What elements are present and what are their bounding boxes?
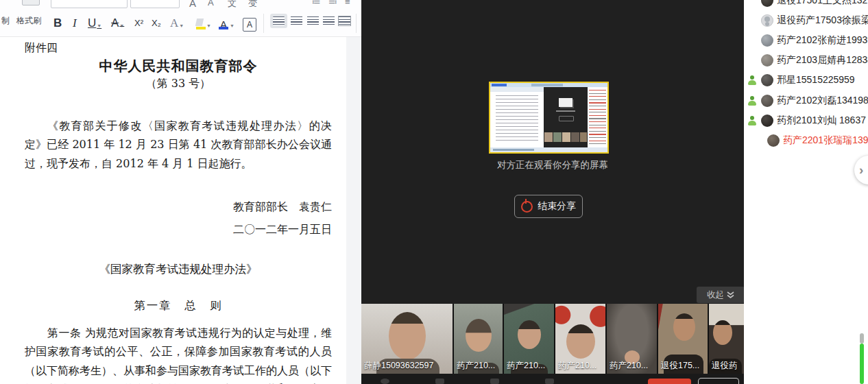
double-chevron-down-icon	[727, 291, 734, 299]
align-center-button[interactable]	[291, 16, 302, 25]
strikethrough-button[interactable]: A▼	[110, 14, 125, 32]
clipboard-group-label: 制	[1, 15, 10, 27]
participants-panel: 药产2101李书瑶1893 药产2101张钰莹13072 退役17501王文杰1…	[744, 0, 868, 384]
doc-attachment-label: 附件四	[25, 41, 332, 56]
video-tile[interactable]: 退役药	[709, 304, 744, 374]
mini-video-1	[544, 132, 553, 142]
mini-end-button	[559, 116, 574, 121]
subscript-button[interactable]: X₂	[150, 14, 162, 32]
participant-name: 退役17501王文杰1321	[777, 0, 868, 7]
scrollbar-thumb[interactable]	[860, 344, 864, 384]
font-name-combo[interactable]	[51, 0, 128, 8]
participant-name: 药剂2101刘灿 18637	[777, 115, 866, 127]
video-participant-label: 药产210...	[558, 360, 596, 372]
paste-icon[interactable]	[22, 0, 40, 5]
grow-font-icon[interactable]: A	[189, 0, 196, 9]
participant-avatar	[761, 34, 773, 47]
distribute-button[interactable]	[339, 16, 350, 25]
participant-name: 药产2102刘磊134198	[777, 95, 868, 107]
share-icon[interactable]	[490, 379, 499, 384]
bold-button[interactable]: B	[52, 14, 63, 32]
char-border-button[interactable]: A	[241, 14, 258, 32]
align-left-button[interactable]	[273, 16, 285, 25]
participants-list: 药产2101李书瑶1893 药产2101张钰莹13072 退役17501王文杰1…	[744, 0, 868, 151]
font-color-icon: A	[218, 16, 229, 32]
mini-video-2	[553, 132, 562, 142]
doc-sign-date: 二〇一二年一月五日	[25, 223, 346, 237]
video-participant-label: 薛静15093632597	[364, 360, 433, 372]
participant-row[interactable]: 药产2102刘磊134198	[744, 91, 868, 110]
expand-panel-button[interactable]: ›	[854, 156, 868, 184]
participant-row[interactable]: 邢星15515225959	[744, 71, 868, 91]
mini-doc-toolbar	[490, 87, 544, 92]
mini-doc-text	[496, 95, 538, 143]
font-size-combo[interactable]	[130, 0, 180, 8]
share-preview-thumbnail	[489, 82, 609, 154]
end-meeting-button-partial[interactable]	[648, 379, 691, 384]
mini-tab-strip	[531, 84, 563, 86]
video-participant-label: 药产210...	[610, 360, 648, 372]
page-margin-shade	[346, 37, 361, 384]
video-tile[interactable]: 药产210...	[504, 304, 554, 374]
voice-person-icon	[747, 116, 757, 125]
screen: 制 格式刷 A A 文 变 ≔ ≕ ≡ B I U▼ A▼ X² X₂ A▼ ▼	[0, 0, 868, 384]
mini-video-3	[562, 132, 570, 142]
align-right-button[interactable]	[307, 16, 319, 25]
video-participant-label: 药产210...	[457, 360, 495, 372]
underline-button[interactable]: U▼	[86, 14, 103, 32]
video-tile[interactable]: 薛静15093632597	[361, 304, 453, 374]
participant-row[interactable]: 药产2103屈婧冉12838	[744, 51, 868, 71]
video-participant-label: 药产210...	[507, 360, 545, 372]
highlight-button[interactable]: ▼	[193, 14, 213, 32]
bullet-list-icon[interactable]: ≔	[312, 0, 321, 7]
superscript-button[interactable]: X²	[133, 14, 145, 32]
doc-signer: 教育部部长 袁贵仁	[25, 200, 346, 215]
font-color-button[interactable]: A ▼	[217, 14, 236, 32]
participant-name: 邢星15515225959	[777, 74, 855, 86]
video-tile[interactable]: 药产210...	[555, 304, 605, 374]
video-tile[interactable]: 药产210...	[454, 304, 503, 374]
participant-avatar	[761, 115, 773, 127]
mini-list-rows	[589, 90, 606, 145]
participant-name: 药产2102张前进19939	[777, 34, 868, 47]
participant-row[interactable]: 药剂2101刘灿 18637	[744, 110, 868, 130]
end-share-button[interactable]: 结束分享	[514, 195, 583, 218]
video-tile[interactable]: 退役175...	[658, 304, 708, 374]
mini-video-5	[580, 132, 587, 142]
italic-button[interactable]: I	[71, 14, 78, 32]
members-icon[interactable]	[545, 379, 554, 384]
word-toolbar: 制 格式刷 A A 文 变 ≔ ≕ ≡ B I U▼ A▼ X² X₂ A▼ ▼	[0, 0, 361, 37]
format-painter-button[interactable]: 格式刷	[16, 15, 41, 27]
mic-icon[interactable]	[381, 379, 389, 384]
share-caption: 对方正在观看你分享的屏幕	[361, 159, 744, 171]
video-participant-label: 退役175...	[661, 360, 699, 372]
doc-law-title: 《国家教育考试违规处理办法》	[25, 262, 332, 277]
shrink-font-icon[interactable]: A	[208, 0, 214, 8]
indent-icon[interactable]: ≡	[345, 0, 350, 7]
participant-name: 退役药产17503徐振梁	[777, 14, 868, 27]
doc-paragraph-1: 《教育部关于修改〈国家教育考试违规处理办法〉的决定》已经 2011 年 12 月…	[25, 117, 332, 173]
screen-share-panel: 对方正在观看你分享的屏幕 结束分享 收起 薛静15093632597 药产210…	[361, 0, 744, 384]
text-effects-button[interactable]: A▼	[169, 14, 185, 32]
meeting-toolbar-partial	[361, 374, 744, 384]
scrollbar-track-cap[interactable]	[860, 333, 864, 344]
number-list-icon[interactable]: ≕	[328, 0, 337, 7]
participant-name: 药产2103屈婧冉12838	[777, 54, 868, 67]
power-icon	[521, 201, 533, 213]
video-tile[interactable]: 药产210...	[607, 304, 657, 374]
participant-name: 药产2201张瑞瑞13939	[783, 134, 868, 147]
highlighter-icon	[195, 18, 206, 32]
more-button-partial[interactable]	[698, 378, 739, 384]
participant-row[interactable]: 药产2102张前进19939	[744, 30, 868, 50]
word-window: 制 格式刷 A A 文 变 ≔ ≕ ≡ B I U▼ A▼ X² X₂ A▼ ▼	[0, 0, 361, 384]
collapse-button[interactable]: 收起	[697, 287, 745, 303]
mini-caption-line	[556, 110, 575, 112]
clear-format-icon[interactable]: 变	[248, 0, 257, 10]
participant-avatar	[761, 74, 773, 86]
participant-row[interactable]: 退役药产17503徐振梁	[744, 10, 868, 30]
align-justify-button[interactable]	[323, 16, 335, 25]
participant-row[interactable]: 药产2201张瑞瑞13939	[744, 130, 868, 150]
camera-icon[interactable]	[435, 379, 444, 384]
change-case-icon[interactable]: 文	[228, 0, 237, 10]
participant-row[interactable]: 退役17501王文杰1321	[744, 0, 868, 10]
